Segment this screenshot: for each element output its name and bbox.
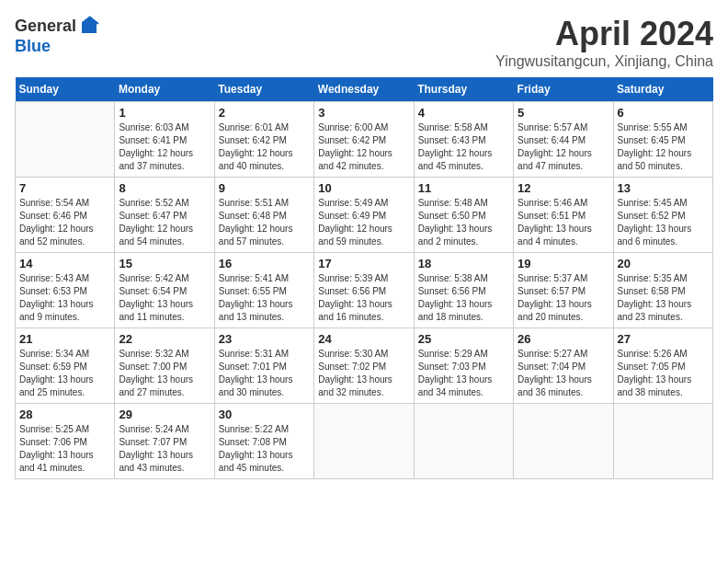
calendar-cell: 1Sunrise: 6:03 AM Sunset: 6:41 PM Daylig…: [115, 102, 214, 178]
day-info: Sunrise: 5:55 AM Sunset: 6:45 PM Dayligh…: [618, 121, 709, 173]
calendar-cell: 15Sunrise: 5:42 AM Sunset: 6:54 PM Dayli…: [115, 253, 214, 328]
calendar-cell: [314, 404, 414, 479]
day-number: 1: [119, 106, 210, 120]
calendar-week-row: 1Sunrise: 6:03 AM Sunset: 6:41 PM Daylig…: [16, 102, 713, 178]
day-info: Sunrise: 5:37 AM Sunset: 6:57 PM Dayligh…: [518, 272, 609, 324]
day-number: 11: [418, 181, 509, 195]
calendar-week-row: 14Sunrise: 5:43 AM Sunset: 6:53 PM Dayli…: [16, 253, 713, 328]
day-info: Sunrise: 5:38 AM Sunset: 6:56 PM Dayligh…: [418, 272, 509, 324]
day-info: Sunrise: 5:25 AM Sunset: 7:06 PM Dayligh…: [19, 423, 110, 475]
day-number: 7: [19, 181, 110, 195]
day-number: 8: [119, 181, 210, 195]
location-title: Yingwusitangcun, Xinjiang, China: [495, 53, 713, 70]
calendar-cell: 8Sunrise: 5:52 AM Sunset: 6:47 PM Daylig…: [115, 178, 214, 253]
logo: General Blue: [15, 15, 100, 56]
day-number: 23: [219, 332, 310, 346]
day-number: 5: [518, 106, 609, 120]
day-number: 19: [518, 257, 609, 270]
day-info: Sunrise: 5:52 AM Sunset: 6:47 PM Dayligh…: [119, 197, 210, 248]
day-number: 6: [618, 106, 709, 120]
day-info: Sunrise: 5:39 AM Sunset: 6:56 PM Dayligh…: [318, 272, 409, 324]
day-info: Sunrise: 5:48 AM Sunset: 6:50 PM Dayligh…: [418, 197, 509, 248]
weekday-header-thursday: Thursday: [414, 77, 513, 102]
day-info: Sunrise: 5:31 AM Sunset: 7:01 PM Dayligh…: [219, 348, 310, 399]
calendar-cell: 2Sunrise: 6:01 AM Sunset: 6:42 PM Daylig…: [214, 102, 313, 178]
day-number: 14: [19, 257, 110, 270]
calendar-cell: 25Sunrise: 5:29 AM Sunset: 7:03 PM Dayli…: [414, 328, 513, 404]
calendar-cell: 4Sunrise: 5:58 AM Sunset: 6:43 PM Daylig…: [414, 102, 513, 178]
day-info: Sunrise: 5:41 AM Sunset: 6:55 PM Dayligh…: [219, 272, 310, 324]
calendar-cell: 6Sunrise: 5:55 AM Sunset: 6:45 PM Daylig…: [613, 102, 712, 178]
calendar-cell: 19Sunrise: 5:37 AM Sunset: 6:57 PM Dayli…: [514, 253, 613, 328]
day-number: 16: [219, 257, 310, 270]
day-number: 29: [119, 408, 210, 421]
day-number: 30: [219, 408, 310, 421]
calendar-cell: 12Sunrise: 5:46 AM Sunset: 6:51 PM Dayli…: [514, 178, 613, 253]
calendar-cell: 23Sunrise: 5:31 AM Sunset: 7:01 PM Dayli…: [214, 328, 313, 404]
day-number: 25: [418, 332, 509, 346]
day-info: Sunrise: 5:26 AM Sunset: 7:05 PM Dayligh…: [618, 348, 709, 399]
calendar-cell: [613, 404, 712, 479]
title-area: April 2024 Yingwusitangcun, Xinjiang, Ch…: [495, 15, 713, 70]
calendar-cell: [16, 102, 115, 178]
calendar-cell: 16Sunrise: 5:41 AM Sunset: 6:55 PM Dayli…: [214, 253, 313, 328]
day-info: Sunrise: 5:32 AM Sunset: 7:00 PM Dayligh…: [119, 348, 210, 399]
day-number: 9: [219, 181, 310, 195]
calendar-cell: 22Sunrise: 5:32 AM Sunset: 7:00 PM Dayli…: [115, 328, 214, 404]
calendar-cell: 27Sunrise: 5:26 AM Sunset: 7:05 PM Dayli…: [613, 328, 712, 404]
calendar-cell: 13Sunrise: 5:45 AM Sunset: 6:52 PM Dayli…: [613, 178, 712, 253]
calendar-cell: 9Sunrise: 5:51 AM Sunset: 6:48 PM Daylig…: [214, 178, 313, 253]
day-number: 20: [618, 257, 709, 270]
weekday-header-saturday: Saturday: [613, 77, 712, 102]
day-info: Sunrise: 5:58 AM Sunset: 6:43 PM Dayligh…: [418, 121, 509, 173]
day-info: Sunrise: 5:46 AM Sunset: 6:51 PM Dayligh…: [518, 197, 609, 248]
day-number: 26: [518, 332, 609, 346]
day-info: Sunrise: 6:01 AM Sunset: 6:42 PM Dayligh…: [219, 121, 310, 173]
calendar-cell: 26Sunrise: 5:27 AM Sunset: 7:04 PM Dayli…: [514, 328, 613, 404]
page-header: General Blue April 2024 Yingwusitangcun,…: [15, 15, 713, 70]
day-info: Sunrise: 5:49 AM Sunset: 6:49 PM Dayligh…: [318, 197, 409, 248]
day-number: 18: [418, 257, 509, 270]
day-info: Sunrise: 5:35 AM Sunset: 6:58 PM Dayligh…: [618, 272, 709, 324]
calendar-cell: 28Sunrise: 5:25 AM Sunset: 7:06 PM Dayli…: [16, 404, 115, 479]
day-number: 15: [119, 257, 210, 270]
day-number: 12: [518, 181, 609, 195]
weekday-header-tuesday: Tuesday: [214, 77, 313, 102]
day-info: Sunrise: 5:54 AM Sunset: 6:46 PM Dayligh…: [19, 197, 110, 248]
calendar-cell: 20Sunrise: 5:35 AM Sunset: 6:58 PM Dayli…: [613, 253, 712, 328]
day-number: 3: [318, 106, 409, 120]
calendar-cell: 7Sunrise: 5:54 AM Sunset: 6:46 PM Daylig…: [16, 178, 115, 253]
logo-icon: [78, 15, 100, 37]
day-number: 17: [318, 257, 409, 270]
calendar-cell: [414, 404, 513, 479]
calendar-cell: 21Sunrise: 5:34 AM Sunset: 6:59 PM Dayli…: [16, 328, 115, 404]
day-number: 28: [19, 408, 110, 421]
calendar-week-row: 28Sunrise: 5:25 AM Sunset: 7:06 PM Dayli…: [16, 404, 713, 479]
day-info: Sunrise: 5:22 AM Sunset: 7:08 PM Dayligh…: [219, 423, 310, 475]
weekday-header-row: SundayMondayTuesdayWednesdayThursdayFrid…: [16, 77, 713, 102]
calendar-table: SundayMondayTuesdayWednesdayThursdayFrid…: [15, 77, 713, 479]
day-info: Sunrise: 5:24 AM Sunset: 7:07 PM Dayligh…: [119, 423, 210, 475]
calendar-cell: [514, 404, 613, 479]
day-info: Sunrise: 5:29 AM Sunset: 7:03 PM Dayligh…: [418, 348, 509, 399]
weekday-header-monday: Monday: [115, 77, 214, 102]
calendar-cell: 11Sunrise: 5:48 AM Sunset: 6:50 PM Dayli…: [414, 178, 513, 253]
day-info: Sunrise: 6:00 AM Sunset: 6:42 PM Dayligh…: [318, 121, 409, 173]
weekday-header-friday: Friday: [514, 77, 613, 102]
day-number: 10: [318, 181, 409, 195]
calendar-cell: 24Sunrise: 5:30 AM Sunset: 7:02 PM Dayli…: [314, 328, 414, 404]
day-info: Sunrise: 5:57 AM Sunset: 6:44 PM Dayligh…: [518, 121, 609, 173]
day-number: 13: [618, 181, 709, 195]
day-info: Sunrise: 5:30 AM Sunset: 7:02 PM Dayligh…: [318, 348, 409, 399]
calendar-cell: 17Sunrise: 5:39 AM Sunset: 6:56 PM Dayli…: [314, 253, 414, 328]
day-number: 21: [19, 332, 110, 346]
day-number: 22: [119, 332, 210, 346]
day-info: Sunrise: 5:42 AM Sunset: 6:54 PM Dayligh…: [119, 272, 210, 324]
day-number: 24: [318, 332, 409, 346]
day-info: Sunrise: 5:27 AM Sunset: 7:04 PM Dayligh…: [518, 348, 609, 399]
day-info: Sunrise: 5:34 AM Sunset: 6:59 PM Dayligh…: [19, 348, 110, 399]
day-number: 2: [219, 106, 310, 120]
calendar-cell: 29Sunrise: 5:24 AM Sunset: 7:07 PM Dayli…: [115, 404, 214, 479]
day-number: 4: [418, 106, 509, 120]
day-number: 27: [618, 332, 709, 346]
